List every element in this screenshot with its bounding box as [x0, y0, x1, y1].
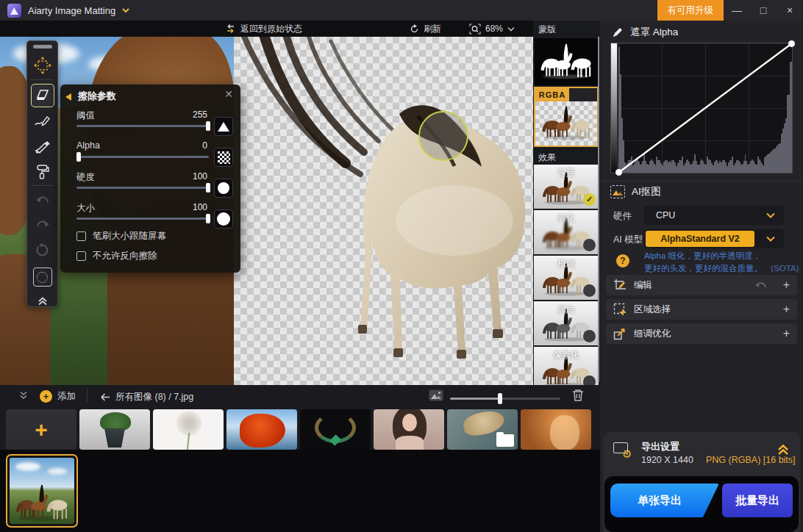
- alpha-slider[interactable]: [76, 156, 209, 158]
- thumbnail-size-icon: [429, 389, 443, 401]
- effect-blur[interactable]: 模糊: [534, 256, 599, 300]
- undo-button[interactable]: [31, 189, 54, 212]
- back-arrow-icon: [100, 393, 110, 401]
- mask-thumbnail[interactable]: [535, 38, 598, 85]
- hardware-dropdown[interactable]: CPU: [644, 206, 784, 225]
- thumbnail-portrait[interactable]: [374, 409, 444, 450]
- rgba-thumbnail-selected[interactable]: RGBA: [534, 87, 599, 147]
- erase-panel-close-icon[interactable]: ✕: [224, 88, 233, 100]
- zoom-control[interactable]: 68%: [469, 21, 515, 37]
- maximize-button[interactable]: □: [750, 0, 777, 21]
- thumbnail-feather[interactable]: [447, 409, 518, 450]
- alpha-gradient-bar: [611, 43, 618, 173]
- redo-button[interactable]: [31, 213, 54, 237]
- right-panel: 遮罩 Alpha AI抠图 硬件: [600, 21, 803, 532]
- reset-history-button[interactable]: [31, 238, 54, 262]
- no-reverse-erase-label: 不允许反向擦除: [93, 250, 157, 262]
- marquee-select-icon: [33, 267, 52, 287]
- delete-image-button[interactable]: [572, 389, 584, 401]
- curve-point-low[interactable]: [615, 169, 622, 176]
- undo-icon: [35, 195, 50, 206]
- current-project-thumbnail[interactable]: [6, 454, 78, 528]
- ai-model-label: AI 模型: [613, 234, 643, 246]
- fine-tune-add-icon[interactable]: +: [783, 327, 790, 340]
- marquee-select-button[interactable]: [31, 265, 54, 289]
- export-collapse-chevrons-icon[interactable]: [777, 444, 790, 456]
- trash-icon: [572, 389, 584, 401]
- hardness-swatch[interactable]: [214, 179, 233, 198]
- app-menu-chevron-icon[interactable]: [121, 7, 130, 13]
- alpha-histogram[interactable]: [610, 43, 793, 173]
- effect-label: 像素化: [534, 349, 599, 362]
- thumbnail-dandelion[interactable]: [153, 409, 224, 450]
- hardware-label: 硬件: [613, 210, 632, 223]
- thumbnail-zoom-slider[interactable]: [450, 398, 560, 400]
- export-settings-card: ⚙ 导出设置 1920 X 1440 PNG (RGBA) [16 bits] …: [603, 432, 800, 532]
- single-export-button[interactable]: 单张导出: [610, 484, 719, 517]
- upgrade-button[interactable]: 有可用升级: [657, 0, 724, 21]
- ai-model-value: AlphaStandard V2: [646, 231, 754, 247]
- rgba-image: [535, 101, 597, 145]
- threshold-swatch[interactable]: [214, 117, 233, 136]
- chevron-down-icon: [766, 212, 775, 218]
- size-swatch[interactable]: [214, 209, 233, 229]
- close-button[interactable]: ×: [777, 0, 803, 21]
- ai-model-dropdown[interactable]: AlphaStandard V2: [644, 229, 784, 248]
- thumbnail-warm-portrait[interactable]: [521, 409, 591, 450]
- palette-drag-handle[interactable]: [33, 45, 52, 48]
- brush-follow-screen-checkbox[interactable]: 笔刷大小跟随屏幕: [76, 230, 166, 242]
- no-reverse-erase-checkbox[interactable]: 不允许反向擦除: [76, 250, 157, 262]
- add-images-button[interactable]: + 添加: [40, 390, 76, 403]
- tools-palette: [26, 40, 58, 307]
- app-logo-icon: [7, 4, 21, 18]
- effect-black-white[interactable]: 黑白: [534, 301, 599, 345]
- edit-add-icon[interactable]: +: [783, 278, 790, 292]
- eraser-tool-button[interactable]: [31, 84, 54, 107]
- zoom-value: 68%: [485, 24, 503, 34]
- section-edit[interactable]: 编辑 +: [606, 275, 797, 295]
- effect-background[interactable]: 背景 ✓: [534, 165, 599, 209]
- export-settings-title: 导出设置: [641, 440, 679, 453]
- hardness-slider[interactable]: [76, 187, 209, 189]
- smart-pen-tool-button[interactable]: [31, 110, 54, 134]
- collapse-palette-button[interactable]: [31, 290, 54, 313]
- size-slider[interactable]: [76, 218, 209, 220]
- back-to-all-images-button[interactable]: 所有图像 (8) / 7.jpg: [100, 391, 193, 403]
- image-path-label: 所有图像 (8) / 7.jpg: [115, 391, 193, 403]
- reset-to-original-button[interactable]: 返回到原始状态: [225, 21, 302, 37]
- minimize-button[interactable]: —: [724, 0, 750, 21]
- batch-export-button[interactable]: 批量导出: [722, 484, 793, 517]
- section-fine-tune[interactable]: 细调优化 +: [606, 323, 797, 344]
- add-image-tile[interactable]: +: [6, 409, 76, 450]
- section-fine-tune-label: 细调优化: [634, 328, 671, 340]
- refresh-button[interactable]: 刷新: [410, 21, 441, 37]
- effects-section-header: 效果: [538, 151, 556, 164]
- thumbnail-plant[interactable]: [79, 409, 150, 450]
- threshold-slider[interactable]: [76, 125, 209, 127]
- move-tool-button[interactable]: [31, 54, 54, 77]
- zoom-chevron-icon[interactable]: [507, 26, 515, 32]
- thumbnail-necklace[interactable]: [300, 409, 371, 450]
- hardware-value: CPU: [656, 210, 675, 220]
- filmstrip-collapse-button[interactable]: [19, 391, 28, 400]
- thumbnail-red-dress[interactable]: [226, 409, 297, 450]
- curve-point-high[interactable]: [788, 40, 795, 47]
- roller-tool-button[interactable]: [31, 160, 54, 184]
- region-add-icon[interactable]: +: [783, 303, 790, 316]
- effect-label: 黑白: [534, 303, 599, 316]
- divider: [87, 389, 88, 402]
- folder-icon: [496, 434, 514, 447]
- brush-tool-button[interactable]: [31, 135, 54, 159]
- model-help-icon[interactable]: ?: [616, 254, 629, 267]
- effect-pixelate[interactable]: 像素化: [534, 347, 599, 385]
- effect-feather[interactable]: 羽化: [534, 210, 599, 254]
- app-window: Aiarty Image Matting 有可用升级 — □ × 返回到原始状态…: [0, 0, 803, 532]
- swap-arrows-icon: [225, 24, 236, 34]
- erase-panel-title: 擦除参数: [78, 90, 116, 103]
- edit-undo-icon[interactable]: [754, 281, 768, 290]
- strip-scrollbar[interactable]: [598, 37, 599, 382]
- effect-badge: [583, 239, 596, 251]
- alpha-swatch[interactable]: [214, 148, 233, 167]
- add-label: 添加: [57, 390, 76, 403]
- section-region-select[interactable]: 区域选择 +: [606, 299, 797, 320]
